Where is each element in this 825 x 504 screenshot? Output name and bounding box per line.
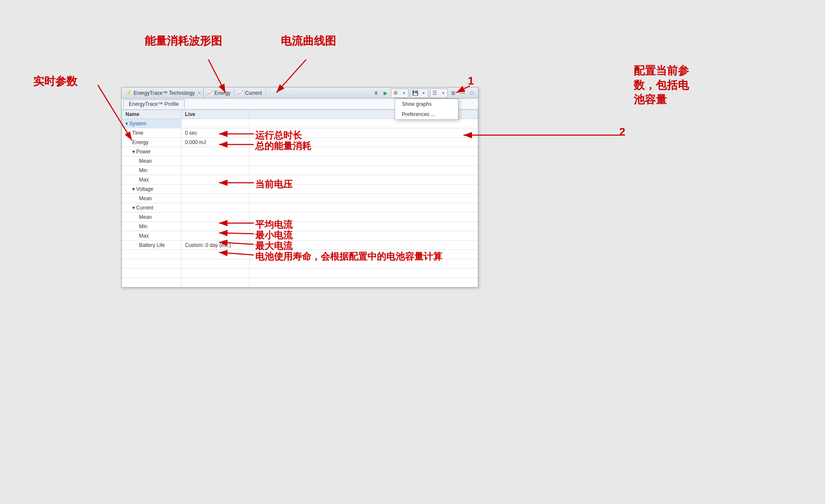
- row-name-cell[interactable]: ▾ Power: [122, 147, 182, 156]
- row-name-cell: Mean: [122, 194, 182, 203]
- preferences-menu-item[interactable]: Preferences ...: [395, 109, 458, 119]
- row-extra-cell: [250, 119, 478, 128]
- row-live-cell: 0 sec: [182, 128, 250, 138]
- settings-dropdown-button[interactable]: ▾: [400, 89, 408, 97]
- row-extra-cell: [250, 269, 478, 278]
- annotation-total-energy: 总的能量消耗: [255, 140, 311, 153]
- tab-energy[interactable]: 📈 Energy: [204, 88, 234, 98]
- row-live-cell: [182, 175, 250, 184]
- row-extra-cell: [250, 166, 478, 175]
- table-row: Min: [122, 222, 478, 231]
- table-row: [122, 278, 478, 287]
- current-graph-icon: 📈: [238, 90, 244, 96]
- table-row: Mean: [122, 194, 478, 203]
- row-name-cell[interactable]: ▾ System: [122, 119, 182, 128]
- row-live-cell: [182, 184, 250, 194]
- table-row: Max: [122, 175, 478, 184]
- table-row: Mean: [122, 212, 478, 222]
- row-live-cell: 0.000 mJ: [182, 138, 250, 147]
- table-row: Max: [122, 231, 478, 241]
- annotation-current-curve: 电流曲线图: [281, 34, 336, 48]
- graph-button[interactable]: ☰: [430, 89, 439, 97]
- energytrace-icon: ⚡: [126, 90, 132, 96]
- restore-button[interactable]: □: [468, 89, 476, 97]
- row-name-cell: Battery Life: [122, 241, 182, 250]
- table-row: Min: [122, 166, 478, 175]
- tab-current[interactable]: 📈 Current: [234, 88, 266, 98]
- row-name-cell: Energy: [122, 138, 182, 147]
- settings-button[interactable]: ⚙: [391, 89, 400, 97]
- row-live-cell: [182, 231, 250, 241]
- play-button[interactable]: ▶: [381, 89, 390, 97]
- row-name-cell[interactable]: ▾ Current: [122, 203, 182, 212]
- row-live-cell: [182, 156, 250, 166]
- row-name-cell: [122, 269, 182, 278]
- tab-current-label: Current: [245, 90, 262, 96]
- tab-separator-icon: ✕: [197, 91, 201, 95]
- row-live-cell: [182, 194, 250, 203]
- row-live-cell: [182, 222, 250, 231]
- row-name-cell: Min: [122, 222, 182, 231]
- toolbar-right: ⏸ ▶ ⚙ ▾ 💾 ▾ ☰ ▾ ⊞ — □: [372, 88, 476, 98]
- row-live-cell: [182, 147, 250, 156]
- row-live-cell: [182, 119, 250, 128]
- row-name-cell: Max: [122, 175, 182, 184]
- col-header-live: Live: [182, 110, 250, 119]
- row-name-cell: [122, 278, 182, 287]
- row-extra-cell: [250, 194, 478, 203]
- row-live-cell: [182, 259, 250, 269]
- save-group: 💾 ▾: [410, 88, 428, 98]
- row-name-cell: Min: [122, 166, 182, 175]
- col-header-name: Name: [122, 110, 182, 119]
- table-row: Mean: [122, 156, 478, 166]
- annotation-realtime: 实时参数: [33, 74, 77, 89]
- row-name-cell: Mean: [122, 156, 182, 166]
- badge-2: 2: [619, 125, 625, 139]
- settings-group: ⚙ ▾: [391, 88, 409, 98]
- row-name-cell: [122, 259, 182, 269]
- row-name-cell: [122, 250, 182, 259]
- row-name-cell[interactable]: ▾ Voltage: [122, 184, 182, 194]
- tab-energy-label: Energy: [214, 90, 230, 96]
- row-live-cell: Custom: 0 day (est.): [182, 241, 250, 250]
- row-extra-cell: [250, 156, 478, 166]
- energy-graph-icon: 📈: [207, 90, 213, 96]
- annotation-voltage: 当前电压: [255, 178, 293, 191]
- row-name-cell: Max: [122, 231, 182, 241]
- annotation-config: 配置当前参 数，包括电 池容量: [634, 64, 689, 107]
- badge-1: 1: [468, 74, 474, 88]
- stop-button[interactable]: ⏸: [372, 89, 380, 97]
- show-graphs-menu-item[interactable]: Show graphs: [395, 99, 458, 109]
- row-live-cell: [182, 278, 250, 287]
- row-live-cell: [182, 269, 250, 278]
- row-extra-cell: [250, 203, 478, 212]
- annotation-battery-life: 电池使用寿命，会根据配置中的电池容量计算: [255, 251, 442, 263]
- window-title-label: EnergyTrace™ Technology: [134, 90, 195, 96]
- graph-group: ☰ ▾: [430, 88, 448, 98]
- save-button[interactable]: 💾: [411, 89, 419, 97]
- row-live-cell: [182, 166, 250, 175]
- table-row: [122, 269, 478, 278]
- save-dropdown-button[interactable]: ▾: [419, 89, 428, 97]
- split-button[interactable]: ⊞: [449, 89, 458, 97]
- table-row: ▾ Voltage: [122, 184, 478, 194]
- table-row: ▾ Current: [122, 203, 478, 212]
- window-title-tab[interactable]: ⚡ EnergyTrace™ Technology ✕: [123, 88, 204, 98]
- tab-bar: ⚡ EnergyTrace™ Technology ✕ 📈 Energy 📈 C…: [122, 88, 478, 99]
- row-live-cell: [182, 203, 250, 212]
- row-live-cell: [182, 212, 250, 222]
- row-extra-cell: [250, 278, 478, 287]
- graph-dropdown-button[interactable]: ▾: [439, 89, 447, 97]
- annotation-energy-waveform: 能量消耗波形图: [145, 34, 222, 48]
- dropdown-menu: Show graphs Preferences ...: [395, 99, 458, 120]
- table-row: ▾ System: [122, 119, 478, 128]
- row-name-cell: Mean: [122, 212, 182, 222]
- row-live-cell: [182, 250, 250, 259]
- table-row: Battery LifeCustom: 0 day (est.): [122, 241, 478, 250]
- minimize-button[interactable]: —: [458, 89, 467, 97]
- profile-tab[interactable]: EnergyTrace™ Profile: [123, 99, 185, 108]
- row-name-cell: Time: [122, 128, 182, 138]
